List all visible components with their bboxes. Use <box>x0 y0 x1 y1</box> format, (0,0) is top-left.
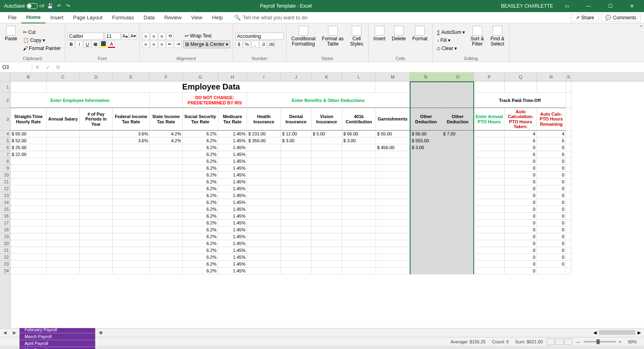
cell[interactable]: 1.45% <box>218 240 247 247</box>
col-header-M[interactable]: M <box>376 73 410 81</box>
cell[interactable] <box>537 268 566 274</box>
cell[interactable] <box>474 233 505 240</box>
align-right-icon[interactable]: ≡ <box>158 41 165 48</box>
minimize-button[interactable]: — <box>580 0 597 12</box>
cell[interactable] <box>474 213 505 220</box>
cell[interactable]: 0 <box>537 261 566 268</box>
spreadsheet-grid[interactable]: 1 2 3 4567891011121314151617181920212223… <box>0 73 644 328</box>
increase-decimal-icon[interactable]: .0 <box>260 41 267 48</box>
cell[interactable] <box>281 185 312 192</box>
cell[interactable]: 0 <box>505 213 537 220</box>
cell[interactable] <box>410 165 442 172</box>
cell[interactable] <box>474 220 505 226</box>
cell[interactable] <box>150 254 183 261</box>
cell[interactable] <box>566 240 572 247</box>
cell[interactable]: 6.2% <box>183 158 218 165</box>
cell[interactable]: $ 555.00 <box>410 137 442 144</box>
find-select-button[interactable]: Find & Select <box>488 25 507 55</box>
cell[interactable]: 6.2% <box>183 240 218 247</box>
cell[interactable] <box>410 254 442 261</box>
cell[interactable]: 0 <box>505 233 537 240</box>
cell[interactable] <box>442 206 474 213</box>
cell[interactable]: 0 <box>505 158 537 165</box>
cell[interactable] <box>342 158 376 165</box>
cell[interactable] <box>247 268 281 274</box>
cell[interactable] <box>342 192 376 199</box>
col-header-L[interactable]: L <box>342 73 376 81</box>
align-top-icon[interactable]: ≡ <box>142 33 149 40</box>
cell[interactable] <box>312 247 342 254</box>
cell[interactable] <box>566 137 572 144</box>
cell[interactable] <box>47 185 80 192</box>
cell[interactable] <box>376 165 410 172</box>
format-cells-button[interactable]: Format <box>410 25 430 55</box>
cell[interactable]: 6.2% <box>183 185 218 192</box>
cell[interactable]: 1.45% <box>218 213 247 220</box>
cell[interactable]: 1.45% <box>218 233 247 240</box>
cell[interactable] <box>10 220 47 226</box>
cell[interactable] <box>342 213 376 220</box>
cell[interactable]: 1.45% <box>218 220 247 226</box>
cell[interactable]: 6.2% <box>183 151 218 158</box>
hscroll-right-icon[interactable]: ▶ <box>638 330 641 335</box>
cell[interactable]: 6.2% <box>183 247 218 254</box>
cell[interactable] <box>113 261 150 268</box>
copy-button[interactable]: 📋Copy ▾ <box>21 37 62 44</box>
cell[interactable]: $ 456.00 <box>376 144 410 151</box>
maximize-button[interactable]: ☐ <box>602 0 618 12</box>
cell[interactable]: 1.45% <box>218 158 247 165</box>
undo-icon[interactable]: ↶ <box>56 3 62 9</box>
cell[interactable] <box>247 213 281 220</box>
cell[interactable]: 0 <box>505 199 537 206</box>
cell[interactable] <box>474 206 505 213</box>
cell[interactable]: 1.45% <box>218 165 247 172</box>
cell[interactable] <box>247 151 281 158</box>
cell[interactable] <box>247 179 281 185</box>
cell[interactable]: 6.2% <box>183 213 218 220</box>
cell[interactable]: 0 <box>505 185 537 192</box>
cell[interactable] <box>281 240 312 247</box>
cell[interactable] <box>47 131 80 137</box>
cell[interactable] <box>376 261 410 268</box>
cell[interactable] <box>376 206 410 213</box>
cell[interactable] <box>410 172 442 179</box>
cell[interactable] <box>410 192 442 199</box>
cell[interactable]: 6.2% <box>183 144 218 151</box>
cell[interactable] <box>150 144 183 151</box>
cell[interactable]: 0 <box>537 233 566 240</box>
cell[interactable] <box>150 199 183 206</box>
fill-button[interactable]: ↓Fill ▾ <box>435 37 466 44</box>
cell[interactable] <box>113 206 150 213</box>
cell[interactable] <box>150 268 183 274</box>
bold-button[interactable]: B <box>68 41 75 48</box>
cell[interactable] <box>474 137 505 144</box>
cell[interactable]: 1.45% <box>218 261 247 268</box>
cell[interactable] <box>113 179 150 185</box>
cell[interactable] <box>312 233 342 240</box>
sheet-tab[interactable]: March Payroll <box>19 333 95 340</box>
conditional-formatting-button[interactable]: Conditional Formatting <box>289 25 318 55</box>
delete-cells-button[interactable]: Delete <box>390 25 409 55</box>
cell[interactable] <box>47 233 80 240</box>
merge-center-button[interactable]: ⊞Merge & Center ▾ <box>183 40 230 48</box>
cell[interactable]: 4.2% <box>150 137 183 144</box>
cell[interactable] <box>113 144 150 151</box>
row-header[interactable]: 4 <box>0 131 10 137</box>
cell[interactable] <box>10 247 47 254</box>
cell[interactable] <box>312 268 342 274</box>
cell[interactable] <box>410 261 442 268</box>
cell[interactable] <box>247 254 281 261</box>
cell[interactable] <box>566 144 572 151</box>
cell[interactable]: 6.2% <box>183 206 218 213</box>
new-sheet-button[interactable]: ⊕ <box>96 330 106 335</box>
cell[interactable] <box>47 172 80 179</box>
cell[interactable] <box>342 179 376 185</box>
cell[interactable] <box>150 206 183 213</box>
cell[interactable] <box>410 247 442 254</box>
cell[interactable]: 6.2% <box>183 254 218 261</box>
cell[interactable]: 0 <box>505 179 537 185</box>
cell[interactable] <box>80 268 113 274</box>
cell[interactable] <box>410 240 442 247</box>
cell[interactable]: 0 <box>505 165 537 172</box>
sheet-tab[interactable]: April Payroll <box>19 340 95 347</box>
